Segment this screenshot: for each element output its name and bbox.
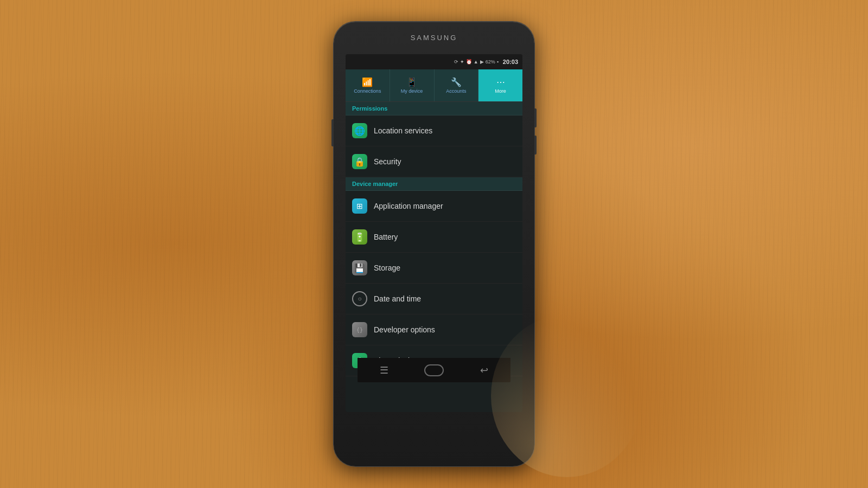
battery-item-icon: 🔋: [352, 229, 367, 245]
screen-rotate-icon: ⟳: [454, 59, 458, 65]
alarm-icon: ⏰: [466, 59, 472, 65]
bottom-nav: ☰ ↩: [358, 358, 510, 382]
tab-accounts[interactable]: 🔧 Accounts: [435, 69, 479, 101]
bluetooth-icon: ✦: [460, 59, 464, 65]
battery-percent: 62%: [486, 59, 495, 65]
volume-down-button[interactable]: [534, 136, 537, 155]
developer-code-icon: {}: [356, 327, 363, 333]
clock-symbol-icon: ○: [358, 295, 361, 303]
application-manager-icon: ⊞: [352, 198, 367, 214]
security-shield-icon: 🔒: [354, 157, 365, 167]
back-button[interactable]: ↩: [471, 361, 497, 380]
date-and-time-label: Date and time: [374, 294, 421, 303]
status-bar: ⟳ ✦ ⏰ ▲ ▶ 62% ▪ 20:03: [346, 54, 522, 69]
security-item[interactable]: 🔒 Security: [346, 146, 522, 177]
developer-options-item[interactable]: {} Developer options: [346, 314, 522, 345]
battery-icon: ▪: [497, 59, 499, 65]
app-grid-icon: ⊞: [356, 202, 363, 210]
storage-item[interactable]: 💾 Storage: [346, 253, 522, 284]
developer-options-label: Developer options: [374, 325, 435, 334]
tab-connections[interactable]: 📶 Connections: [346, 69, 390, 101]
phone-shell: SAMSUNG ⟳ ✦ ⏰ ▲ ▶ 62% ▪ 20:03: [334, 22, 534, 466]
time-display: 20:03: [503, 59, 518, 65]
storage-label: Storage: [374, 264, 400, 272]
storage-symbol-icon: 💾: [354, 263, 365, 273]
tab-my-device-label: My device: [401, 88, 423, 94]
tab-more[interactable]: ⋯ More: [478, 69, 522, 101]
location-services-icon: 🌐: [352, 123, 367, 138]
location-globe-icon: 🌐: [354, 126, 365, 136]
permissions-section-header: Permissions: [346, 102, 522, 115]
phone-device: SAMSUNG ⟳ ✦ ⏰ ▲ ▶ 62% ▪ 20:03: [334, 22, 534, 466]
location-services-label: Location services: [374, 126, 432, 135]
tab-accounts-label: Accounts: [446, 88, 466, 94]
menu-button[interactable]: ☰: [371, 361, 397, 380]
my-device-icon: 📱: [406, 77, 417, 87]
screen: ⟳ ✦ ⏰ ▲ ▶ 62% ▪ 20:03 📶 Connections 📱: [346, 54, 522, 412]
date-and-time-item[interactable]: ○ Date and time: [346, 284, 522, 314]
tab-my-device[interactable]: 📱 My device: [390, 69, 435, 101]
signal-icon: ▲: [474, 59, 478, 65]
security-icon: 🔒: [352, 154, 367, 169]
device-manager-section-header: Device manager: [346, 177, 522, 191]
brand-logo: SAMSUNG: [411, 34, 458, 42]
battery-item[interactable]: 🔋 Battery: [346, 222, 522, 253]
application-manager-item[interactable]: ⊞ Application manager: [346, 191, 522, 222]
date-and-time-icon: ○: [352, 291, 367, 306]
tab-connections-label: Connections: [354, 88, 381, 94]
home-button[interactable]: [424, 364, 444, 376]
status-icons: ⟳ ✦ ⏰ ▲ ▶ 62% ▪: [454, 59, 499, 65]
more-icon: ⋯: [496, 77, 505, 87]
storage-item-icon: 💾: [352, 260, 367, 275]
location-services-item[interactable]: 🌐 Location services: [346, 115, 522, 146]
battery-label: Battery: [374, 233, 398, 241]
application-manager-label: Application manager: [374, 202, 443, 210]
security-label: Security: [374, 157, 401, 166]
volume-button[interactable]: [331, 119, 334, 146]
battery-symbol-icon: 🔋: [354, 232, 365, 242]
tab-more-label: More: [495, 88, 506, 94]
power-button[interactable]: [534, 108, 537, 127]
developer-options-icon: {}: [352, 322, 367, 337]
accounts-icon: 🔧: [451, 77, 462, 87]
connections-icon: 📶: [362, 77, 373, 87]
wifi-icon: ▶: [480, 59, 484, 65]
tab-bar: 📶 Connections 📱 My device 🔧 Accounts ⋯ M…: [346, 69, 522, 102]
